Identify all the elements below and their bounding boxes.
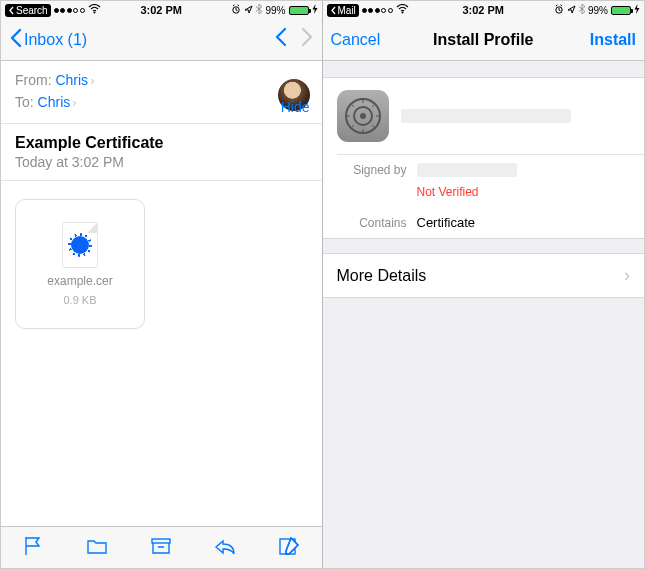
status-time: 3:02 PM bbox=[462, 4, 504, 16]
nav-back[interactable]: Inbox (1) bbox=[9, 26, 87, 54]
mail-body: From: Chris › To: Chris › Hide Example C… bbox=[1, 61, 322, 526]
hide-details-button[interactable]: Hide bbox=[281, 99, 310, 115]
reply-button[interactable] bbox=[213, 535, 237, 561]
svg-rect-2 bbox=[152, 539, 170, 543]
nav-bar: Cancel Install Profile Install bbox=[323, 19, 645, 61]
status-right: 99% bbox=[554, 4, 640, 16]
status-time: 3:02 PM bbox=[140, 4, 182, 16]
from-label: From: bbox=[15, 72, 52, 88]
more-details-label: More Details bbox=[337, 267, 427, 285]
location-icon bbox=[244, 5, 253, 16]
wifi-icon bbox=[396, 4, 409, 16]
message-header[interactable]: From: Chris › To: Chris › Hide bbox=[1, 61, 322, 124]
install-profile-screen: Mail 3:02 PM 99% bbox=[323, 1, 645, 568]
subject-text: Example Certificate bbox=[15, 134, 308, 152]
seal-icon bbox=[71, 236, 89, 254]
svg-line-11 bbox=[351, 104, 354, 107]
to-label: To: bbox=[15, 94, 34, 110]
signed-by-row: Signed by bbox=[323, 155, 645, 185]
charging-icon bbox=[312, 4, 318, 16]
more-details-row[interactable]: More Details › bbox=[323, 253, 645, 298]
back-to-app-pill[interactable]: Search bbox=[5, 4, 51, 17]
nav-bar: Inbox (1) bbox=[1, 19, 322, 61]
signed-by-label: Signed by bbox=[337, 163, 407, 177]
alarm-icon bbox=[554, 4, 564, 16]
chevron-left-icon bbox=[9, 26, 22, 54]
signal-dots-icon bbox=[54, 8, 85, 13]
subject-block: Example Certificate Today at 3:02 PM bbox=[1, 124, 322, 181]
svg-line-13 bbox=[351, 125, 354, 128]
svg-line-12 bbox=[372, 125, 375, 128]
not-verified-status: Not Verified bbox=[403, 185, 645, 207]
status-bar: Search 3:02 PM 99% bbox=[1, 1, 322, 19]
back-to-app-pill[interactable]: Mail bbox=[327, 4, 359, 17]
status-bar: Mail 3:02 PM 99% bbox=[323, 1, 645, 19]
battery-percent: 99% bbox=[265, 5, 285, 16]
move-button[interactable] bbox=[85, 535, 109, 561]
to-name[interactable]: Chris bbox=[38, 94, 71, 110]
install-button[interactable]: Install bbox=[590, 31, 636, 49]
nav-title: Install Profile bbox=[433, 31, 533, 49]
flag-button[interactable] bbox=[21, 535, 45, 561]
status-left: Search bbox=[5, 4, 101, 17]
from-name[interactable]: Chris bbox=[55, 72, 88, 88]
nav-back-label: Inbox (1) bbox=[24, 31, 87, 49]
attachment-tile[interactable]: example.cer 0.9 KB bbox=[15, 199, 145, 329]
certificate-file-icon bbox=[62, 222, 98, 268]
next-message-button[interactable] bbox=[301, 27, 314, 53]
chevron-right-icon: › bbox=[72, 95, 76, 110]
battery-icon bbox=[289, 6, 309, 15]
back-app-label: Search bbox=[16, 4, 48, 17]
battery-percent: 99% bbox=[588, 5, 608, 16]
profile-header-row bbox=[323, 78, 645, 154]
svg-point-0 bbox=[93, 12, 95, 14]
charging-icon bbox=[634, 4, 640, 16]
contains-label: Contains bbox=[337, 216, 407, 230]
profile-card: Signed by Not Verified Contains Certific… bbox=[323, 77, 645, 239]
contains-row: Contains Certificate bbox=[323, 207, 645, 238]
chevron-right-icon: › bbox=[624, 265, 630, 286]
bluetooth-icon bbox=[256, 4, 262, 16]
prev-message-button[interactable] bbox=[274, 27, 287, 53]
profile-name-redacted bbox=[401, 109, 571, 123]
alarm-icon bbox=[231, 4, 241, 16]
status-left: Mail bbox=[327, 4, 409, 17]
mail-toolbar bbox=[1, 526, 322, 568]
attachment-size: 0.9 KB bbox=[63, 294, 96, 306]
signed-by-redacted bbox=[417, 163, 517, 177]
contains-value: Certificate bbox=[417, 215, 476, 230]
signal-dots-icon bbox=[362, 8, 393, 13]
status-right: 99% bbox=[231, 4, 317, 16]
svg-line-14 bbox=[372, 104, 375, 107]
attachment-name: example.cer bbox=[47, 274, 112, 288]
svg-point-16 bbox=[360, 113, 366, 119]
svg-point-4 bbox=[401, 12, 403, 14]
message-date: Today at 3:02 PM bbox=[15, 154, 308, 170]
wifi-icon bbox=[88, 4, 101, 16]
battery-icon bbox=[611, 6, 631, 15]
mail-screen: Search 3:02 PM 99% bbox=[1, 1, 323, 568]
location-icon bbox=[567, 5, 576, 16]
cancel-button[interactable]: Cancel bbox=[331, 31, 381, 49]
archive-button[interactable] bbox=[149, 535, 173, 561]
bluetooth-icon bbox=[579, 4, 585, 16]
compose-button[interactable] bbox=[277, 535, 301, 561]
back-app-label: Mail bbox=[338, 4, 356, 17]
settings-body: Signed by Not Verified Contains Certific… bbox=[323, 61, 645, 568]
settings-gear-icon bbox=[337, 90, 389, 142]
chevron-right-icon: › bbox=[90, 73, 94, 88]
